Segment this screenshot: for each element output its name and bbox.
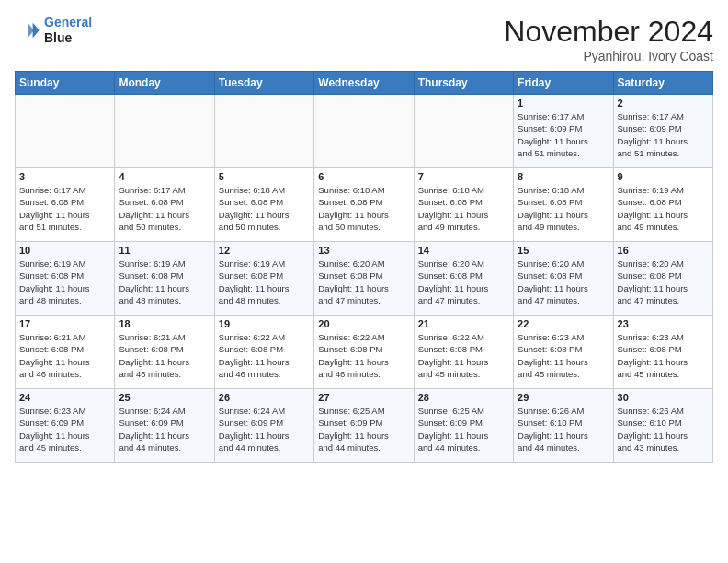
calendar-cell: 9Sunrise: 6:19 AM Sunset: 6:08 PM Daylig… (613, 168, 712, 242)
day-number: 17 (19, 318, 110, 329)
day-info: Sunrise: 6:23 AM Sunset: 6:09 PM Dayligh… (19, 405, 110, 454)
calendar-cell: 20Sunrise: 6:22 AM Sunset: 6:08 PM Dayli… (314, 316, 414, 389)
day-info: Sunrise: 6:17 AM Sunset: 6:09 PM Dayligh… (618, 110, 709, 159)
logo: General Blue (15, 15, 92, 46)
calendar-cell: 19Sunrise: 6:22 AM Sunset: 6:08 PM Dayli… (214, 316, 313, 389)
weekday-header-wednesday: Wednesday (314, 72, 414, 95)
day-info: Sunrise: 6:26 AM Sunset: 6:10 PM Dayligh… (518, 405, 609, 454)
calendar-cell (16, 95, 115, 168)
day-info: Sunrise: 6:18 AM Sunset: 6:08 PM Dayligh… (219, 184, 310, 233)
calendar-cell: 4Sunrise: 6:17 AM Sunset: 6:08 PM Daylig… (115, 168, 214, 242)
calendar-cell: 2Sunrise: 6:17 AM Sunset: 6:09 PM Daylig… (613, 95, 712, 168)
weekday-header-tuesday: Tuesday (214, 72, 313, 95)
month-title: November 2024 (504, 15, 713, 49)
calendar-cell: 17Sunrise: 6:21 AM Sunset: 6:08 PM Dayli… (16, 316, 115, 389)
calendar-cell: 30Sunrise: 6:26 AM Sunset: 6:10 PM Dayli… (613, 389, 712, 463)
day-number: 27 (318, 392, 409, 403)
logo-icon (15, 17, 40, 43)
week-row-4: 24Sunrise: 6:23 AM Sunset: 6:09 PM Dayli… (16, 389, 713, 463)
day-info: Sunrise: 6:19 AM Sunset: 6:08 PM Dayligh… (119, 258, 210, 306)
calendar-cell: 3Sunrise: 6:17 AM Sunset: 6:08 PM Daylig… (16, 168, 115, 242)
day-number: 26 (219, 392, 310, 403)
calendar-cell (115, 95, 214, 168)
weekday-header-saturday: Saturday (613, 72, 712, 95)
day-number: 8 (518, 171, 609, 182)
day-info: Sunrise: 6:25 AM Sunset: 6:09 PM Dayligh… (318, 405, 409, 454)
calendar-cell: 6Sunrise: 6:18 AM Sunset: 6:08 PM Daylig… (314, 168, 414, 242)
week-row-0: 1Sunrise: 6:17 AM Sunset: 6:09 PM Daylig… (16, 95, 713, 168)
calendar-cell: 28Sunrise: 6:25 AM Sunset: 6:09 PM Dayli… (414, 389, 513, 463)
day-number: 22 (518, 318, 609, 329)
day-info: Sunrise: 6:19 AM Sunset: 6:08 PM Dayligh… (618, 184, 709, 233)
calendar-cell (414, 95, 513, 168)
weekday-header-monday: Monday (115, 72, 214, 95)
day-info: Sunrise: 6:20 AM Sunset: 6:08 PM Dayligh… (418, 258, 509, 306)
day-info: Sunrise: 6:22 AM Sunset: 6:08 PM Dayligh… (418, 331, 509, 380)
calendar-cell: 5Sunrise: 6:18 AM Sunset: 6:08 PM Daylig… (214, 168, 313, 242)
day-info: Sunrise: 6:20 AM Sunset: 6:08 PM Dayligh… (618, 258, 709, 306)
day-info: Sunrise: 6:23 AM Sunset: 6:08 PM Dayligh… (618, 331, 709, 380)
calendar-cell: 13Sunrise: 6:20 AM Sunset: 6:08 PM Dayli… (314, 242, 414, 316)
calendar-cell: 22Sunrise: 6:23 AM Sunset: 6:08 PM Dayli… (514, 316, 613, 389)
day-number: 7 (418, 171, 509, 182)
day-number: 12 (219, 245, 310, 256)
title-block: November 2024 Pyanhirou, Ivory Coast (504, 15, 713, 63)
day-info: Sunrise: 6:22 AM Sunset: 6:08 PM Dayligh… (318, 331, 409, 380)
day-info: Sunrise: 6:24 AM Sunset: 6:09 PM Dayligh… (119, 405, 210, 454)
day-number: 28 (418, 392, 509, 403)
calendar-cell: 12Sunrise: 6:19 AM Sunset: 6:08 PM Dayli… (214, 242, 313, 316)
day-number: 10 (19, 245, 110, 256)
day-number: 30 (618, 392, 709, 403)
calendar-cell: 10Sunrise: 6:19 AM Sunset: 6:08 PM Dayli… (16, 242, 115, 316)
calendar-cell: 8Sunrise: 6:18 AM Sunset: 6:08 PM Daylig… (514, 168, 613, 242)
calendar-cell: 27Sunrise: 6:25 AM Sunset: 6:09 PM Dayli… (314, 389, 414, 463)
day-number: 20 (318, 318, 409, 329)
weekday-header-friday: Friday (514, 72, 613, 95)
day-number: 29 (518, 392, 609, 403)
week-row-3: 17Sunrise: 6:21 AM Sunset: 6:08 PM Dayli… (16, 316, 713, 389)
calendar-cell: 21Sunrise: 6:22 AM Sunset: 6:08 PM Dayli… (414, 316, 513, 389)
day-number: 3 (19, 171, 110, 182)
day-number: 24 (19, 392, 110, 403)
calendar-table: SundayMondayTuesdayWednesdayThursdayFrid… (15, 71, 713, 463)
day-number: 1 (518, 98, 609, 109)
day-info: Sunrise: 6:18 AM Sunset: 6:08 PM Dayligh… (518, 184, 609, 233)
day-number: 18 (119, 318, 210, 329)
calendar-cell: 29Sunrise: 6:26 AM Sunset: 6:10 PM Dayli… (514, 389, 613, 463)
day-number: 25 (119, 392, 210, 403)
day-number: 14 (418, 245, 509, 256)
calendar-cell: 1Sunrise: 6:17 AM Sunset: 6:09 PM Daylig… (514, 95, 613, 168)
day-number: 11 (119, 245, 210, 256)
day-info: Sunrise: 6:21 AM Sunset: 6:08 PM Dayligh… (19, 331, 110, 380)
day-info: Sunrise: 6:26 AM Sunset: 6:10 PM Dayligh… (618, 405, 709, 454)
calendar-cell: 25Sunrise: 6:24 AM Sunset: 6:09 PM Dayli… (115, 389, 214, 463)
day-info: Sunrise: 6:20 AM Sunset: 6:08 PM Dayligh… (318, 258, 409, 306)
day-info: Sunrise: 6:24 AM Sunset: 6:09 PM Dayligh… (219, 405, 310, 454)
day-info: Sunrise: 6:18 AM Sunset: 6:08 PM Dayligh… (318, 184, 409, 233)
calendar-cell: 16Sunrise: 6:20 AM Sunset: 6:08 PM Dayli… (613, 242, 712, 316)
day-number: 6 (318, 171, 409, 182)
day-number: 5 (219, 171, 310, 182)
calendar-cell (214, 95, 313, 168)
day-info: Sunrise: 6:20 AM Sunset: 6:08 PM Dayligh… (518, 258, 609, 306)
calendar-cell: 14Sunrise: 6:20 AM Sunset: 6:08 PM Dayli… (414, 242, 513, 316)
day-number: 13 (318, 245, 409, 256)
day-number: 9 (618, 171, 709, 182)
location: Pyanhirou, Ivory Coast (504, 49, 713, 63)
day-info: Sunrise: 6:19 AM Sunset: 6:08 PM Dayligh… (219, 258, 310, 306)
calendar-cell: 11Sunrise: 6:19 AM Sunset: 6:08 PM Dayli… (115, 242, 214, 316)
logo-text: General Blue (44, 15, 92, 46)
day-info: Sunrise: 6:21 AM Sunset: 6:08 PM Dayligh… (119, 331, 210, 380)
day-info: Sunrise: 6:17 AM Sunset: 6:09 PM Dayligh… (518, 110, 609, 159)
day-number: 23 (618, 318, 709, 329)
calendar-cell: 18Sunrise: 6:21 AM Sunset: 6:08 PM Dayli… (115, 316, 214, 389)
day-info: Sunrise: 6:23 AM Sunset: 6:08 PM Dayligh… (518, 331, 609, 380)
day-number: 16 (618, 245, 709, 256)
day-number: 21 (418, 318, 509, 329)
day-number: 15 (518, 245, 609, 256)
day-info: Sunrise: 6:17 AM Sunset: 6:08 PM Dayligh… (119, 184, 210, 233)
day-number: 2 (618, 98, 709, 109)
day-number: 19 (219, 318, 310, 329)
calendar-cell: 24Sunrise: 6:23 AM Sunset: 6:09 PM Dayli… (16, 389, 115, 463)
weekday-header-thursday: Thursday (414, 72, 513, 95)
